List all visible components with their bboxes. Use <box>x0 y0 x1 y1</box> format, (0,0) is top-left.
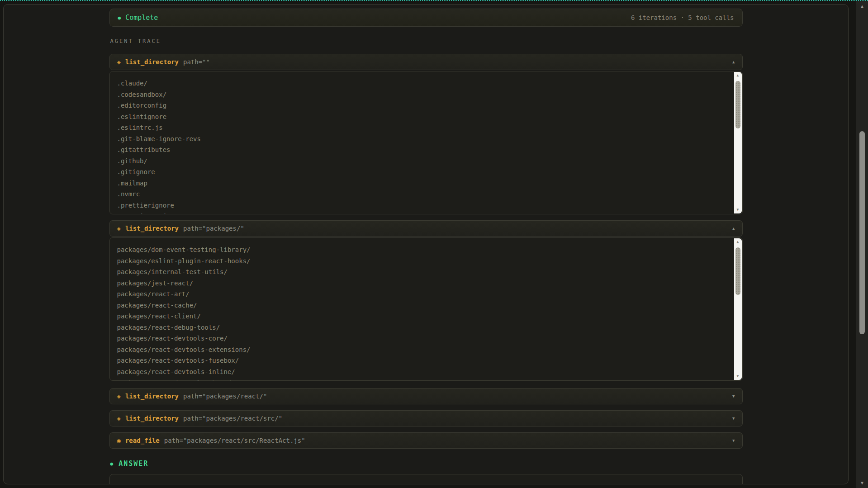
output-scrollbar[interactable]: ▲ ▼ <box>734 72 742 213</box>
scrollbar-thumb[interactable] <box>735 247 740 295</box>
list-directory-icon: ◈ <box>117 225 121 232</box>
main-content: ● Complete 6 iterations · 5 tool calls A… <box>109 9 743 484</box>
tool-call-header[interactable]: ◈ list_directory path="" ▲ <box>109 54 743 70</box>
tool-args: path="packages/react/src/ReactAct.js" <box>164 437 305 444</box>
tool-output-text: packages/dom-event-testing-library/ pack… <box>110 238 742 381</box>
tool-call-header[interactable]: ◈ list_directory path="packages/react/" … <box>109 388 743 404</box>
tool-name: list_directory <box>125 225 179 232</box>
expand-toggle-icon[interactable]: ▼ <box>732 416 735 421</box>
tool-call-header[interactable]: ◈ list_directory path="packages/react/sr… <box>109 410 743 426</box>
tool-output-text: .claude/ .codesandbox/ .editorconfig .es… <box>110 71 742 214</box>
tool-name: read_file <box>125 437 160 444</box>
page-scrollbar[interactable]: ▲ ▼ <box>856 1 868 488</box>
tool-name: list_directory <box>125 393 179 400</box>
expand-toggle-icon[interactable]: ▼ <box>732 394 735 398</box>
status-left: ● Complete <box>118 14 158 22</box>
scrollbar-thumb[interactable] <box>735 81 740 128</box>
status-banner: ● Complete 6 iterations · 5 tool calls <box>109 9 743 27</box>
top-dotted-accent <box>0 0 868 1</box>
tool-args: path="packages/" <box>183 225 244 232</box>
tool-name: list_directory <box>125 415 179 422</box>
tool-args: path="packages/react/" <box>183 393 267 400</box>
expand-toggle-icon[interactable]: ▼ <box>732 438 735 443</box>
tool-call-header[interactable]: ◈ list_directory path="packages/" ▲ <box>109 220 743 237</box>
tool-call-header[interactable]: ◉ read_file path="packages/react/src/Rea… <box>109 432 743 449</box>
collapse-toggle-icon[interactable]: ▲ <box>732 60 735 64</box>
scrollbar-up-icon[interactable]: ▲ <box>737 238 739 246</box>
status-dot-icon: ● <box>118 15 121 20</box>
list-directory-icon: ◈ <box>117 415 121 422</box>
tool-output-panel: packages/dom-event-testing-library/ pack… <box>109 237 743 381</box>
tool-args: path="packages/react/src/" <box>183 415 282 422</box>
tool-args: path="" <box>183 58 210 66</box>
list-directory-icon: ◈ <box>117 393 121 400</box>
page-scroll-up-icon[interactable]: ▲ <box>856 4 868 9</box>
answer-text: The 'ReactAct.js' file contains the impl… <box>122 483 730 484</box>
scrollbar-up-icon[interactable]: ▲ <box>737 72 739 79</box>
read-file-icon: ◉ <box>117 437 121 444</box>
app-frame: ● Complete 6 iterations · 5 tool calls A… <box>3 4 849 484</box>
answer-heading-label: ANSWER <box>119 460 148 468</box>
output-scrollbar[interactable]: ▲ ▼ <box>734 238 742 380</box>
scrollbar-down-icon[interactable]: ▼ <box>734 373 742 380</box>
status-label: Complete <box>125 14 158 22</box>
collapse-toggle-icon[interactable]: ▲ <box>732 226 735 231</box>
tool-output-panel: .claude/ .codesandbox/ .editorconfig .es… <box>109 71 743 214</box>
page-scrollbar-thumb[interactable] <box>859 131 865 334</box>
page-scroll-down-icon[interactable]: ▼ <box>856 480 868 485</box>
answer-dot-icon: ● <box>110 461 114 466</box>
agent-trace-heading: AGENT TRACE <box>110 38 743 44</box>
list-directory-icon: ◈ <box>117 58 121 66</box>
answer-card: The 'ReactAct.js' file contains the impl… <box>109 474 743 484</box>
status-meta: 6 iterations · 5 tool calls <box>631 14 734 21</box>
scrollbar-down-icon[interactable]: ▼ <box>734 206 742 213</box>
answer-heading: ● ANSWER <box>110 460 743 468</box>
tool-name: list_directory <box>125 58 179 66</box>
